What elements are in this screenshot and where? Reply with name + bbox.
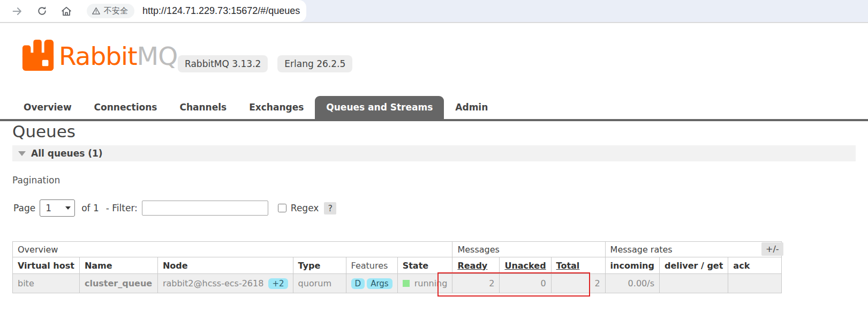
page-select-value: 1 bbox=[46, 203, 51, 213]
group-messages: Messages bbox=[452, 242, 605, 257]
col-total[interactable]: Total bbox=[551, 257, 605, 274]
tab-connections[interactable]: Connections bbox=[83, 96, 169, 119]
tab-exchanges[interactable]: Exchanges bbox=[238, 96, 315, 119]
page-title: Queues bbox=[12, 122, 76, 141]
col-virtual-host[interactable]: Virtual host bbox=[13, 257, 80, 274]
pagination-title: Pagination bbox=[12, 175, 60, 186]
state-text: running bbox=[414, 278, 448, 288]
site-security-chip[interactable]: 不安全 bbox=[87, 4, 134, 18]
queue-row: bite cluster_queue rabbit2@hcss-ecs-2618… bbox=[13, 274, 782, 293]
regex-label: Regex bbox=[291, 203, 319, 213]
cell-features: DArgs bbox=[346, 274, 397, 293]
col-unacked[interactable]: Unacked bbox=[500, 257, 551, 274]
toggle-columns-button[interactable]: +/- bbox=[761, 242, 783, 256]
url-text[interactable]: http://124.71.229.73:15672/#/queues bbox=[142, 5, 300, 17]
cell-ready: 2 bbox=[452, 274, 500, 293]
tab-channels[interactable]: Channels bbox=[168, 96, 238, 119]
cell-queue-name[interactable]: cluster_queue bbox=[79, 274, 157, 293]
version-badges: RabbitMQ 3.13.2 Erlang 26.2.5 bbox=[178, 55, 352, 72]
group-overview: Overview bbox=[13, 242, 452, 257]
col-features: Features bbox=[346, 257, 397, 274]
col-state[interactable]: State bbox=[397, 257, 452, 274]
feature-args-badge[interactable]: Args bbox=[367, 278, 393, 289]
rabbitmq-version-badge: RabbitMQ 3.13.2 bbox=[178, 55, 268, 72]
warning-triangle-icon bbox=[92, 6, 101, 16]
regex-checkbox[interactable] bbox=[278, 204, 286, 212]
page-select[interactable]: 1 bbox=[40, 199, 75, 217]
cell-ack bbox=[728, 274, 782, 293]
queues-table: Overview Messages Message rates Virtual … bbox=[12, 241, 782, 293]
filter-label: - Filter: bbox=[106, 203, 138, 213]
rabbitmq-logo-icon bbox=[21, 39, 55, 72]
tab-queues-and-streams[interactable]: Queues and Streams bbox=[315, 96, 444, 119]
all-queues-label: All queues (1) bbox=[31, 148, 103, 159]
brand-mq-text: MQ bbox=[137, 41, 178, 71]
cell-total: 2 bbox=[551, 274, 605, 293]
col-deliver-get[interactable]: deliver / get bbox=[659, 257, 728, 274]
page-count-label: of 1 bbox=[81, 203, 99, 213]
brand-rabbit-text: Rabbit bbox=[59, 41, 137, 71]
column-header-row: Virtual host Name Node Type Features Sta… bbox=[13, 257, 782, 274]
group-message-rates: Message rates bbox=[605, 242, 782, 257]
chevron-down-icon bbox=[65, 206, 71, 210]
running-state-icon bbox=[403, 280, 410, 287]
erlang-version-badge: Erlang 26.2.5 bbox=[277, 55, 352, 72]
tab-overview[interactable]: Overview bbox=[12, 96, 83, 119]
page-label: Page bbox=[13, 203, 35, 213]
tab-list: Overview Connections Channels Exchanges … bbox=[12, 96, 868, 119]
all-queues-section-toggle[interactable]: All queues (1) bbox=[12, 145, 856, 161]
brand-wordmark: RabbitMQ bbox=[59, 41, 177, 72]
filter-input[interactable] bbox=[142, 201, 268, 216]
col-incoming[interactable]: incoming bbox=[605, 257, 659, 274]
cell-node: rabbit2@hcss-ecs-2618 +2 bbox=[157, 274, 293, 293]
col-name[interactable]: Name bbox=[79, 257, 157, 274]
node-name: rabbit2@hcss-ecs-2618 bbox=[163, 278, 263, 288]
cell-deliver-get bbox=[659, 274, 728, 293]
cell-state: running bbox=[397, 274, 452, 293]
col-node[interactable]: Node bbox=[157, 257, 293, 274]
col-ready[interactable]: Ready bbox=[452, 257, 500, 274]
column-group-row: Overview Messages Message rates bbox=[13, 242, 782, 257]
home-icon[interactable] bbox=[60, 5, 73, 18]
queues-table-container: Overview Messages Message rates Virtual … bbox=[12, 241, 782, 293]
node-more-badge[interactable]: +2 bbox=[268, 278, 288, 289]
cell-type: quorum bbox=[293, 274, 346, 293]
collapse-triangle-icon bbox=[18, 151, 26, 156]
address-bar[interactable]: 不安全 http://124.71.229.73:15672/#/queues bbox=[0, 0, 306, 22]
feature-durable-badge[interactable]: D bbox=[351, 278, 365, 289]
pagination-controls: Page 1 of 1 - Filter: Regex ? bbox=[13, 199, 336, 217]
col-ack[interactable]: ack bbox=[728, 257, 782, 274]
forward-icon[interactable] bbox=[11, 5, 24, 18]
tabbar-underline bbox=[0, 119, 868, 121]
browser-toolbar: 不安全 http://124.71.229.73:15672/#/queues bbox=[0, 0, 868, 23]
cell-virtual-host: bite bbox=[13, 274, 80, 293]
tab-admin[interactable]: Admin bbox=[444, 96, 499, 119]
main-nav: Overview Connections Channels Exchanges … bbox=[0, 96, 868, 121]
rabbitmq-logo[interactable]: RabbitMQ TM bbox=[21, 39, 188, 72]
regex-help-button[interactable]: ? bbox=[324, 202, 336, 214]
security-label: 不安全 bbox=[104, 6, 128, 16]
reload-icon[interactable] bbox=[35, 5, 48, 18]
col-type[interactable]: Type bbox=[293, 257, 346, 274]
cell-unacked: 0 bbox=[500, 274, 551, 293]
cell-incoming: 0.00/s bbox=[605, 274, 659, 293]
